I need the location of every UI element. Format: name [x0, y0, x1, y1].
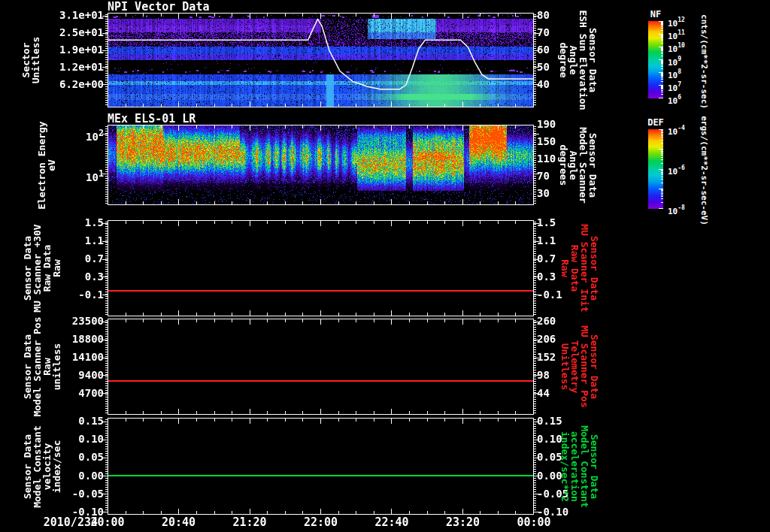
power-exponent: 9 [678, 56, 681, 62]
power-exponent: 11 [678, 29, 685, 36]
mu-scanner-30v-panel-canvas [102, 220, 540, 316]
power-exponent: 2 [99, 128, 104, 138]
power-base: 10 [668, 32, 678, 41]
y-axis-tick-label: -0.05 [56, 488, 104, 499]
colorbar-tick-label: 1010 [668, 42, 685, 54]
y-axis-tick-label: 0.3 [56, 271, 104, 282]
x-axis-tick-label: 22:00 [295, 516, 347, 528]
y-axis-tick-label: 3.1e+01 [56, 10, 104, 20]
colorbar-tick-label: 106 [668, 94, 681, 106]
power-exponent: 10 [678, 42, 685, 49]
y2-axis-title-p5: Sensor Data Model Constant acceleration … [560, 425, 599, 508]
y-axis-tick-label: 101 [56, 168, 104, 183]
power-base: 10 [668, 19, 678, 29]
y-axis-tick-label: 1.1 [56, 235, 104, 246]
x-axis-tick-label: 22:40 [365, 516, 418, 528]
power-exponent: -8 [678, 204, 685, 211]
y-axis-tick-label: 1.2e+01 [56, 62, 104, 72]
colorbar-tick-label: 1011 [668, 29, 685, 41]
power-base: 10 [668, 207, 678, 216]
colorbar-unit-NF: cnts/(cm**2-sr-sec) [699, 14, 708, 109]
power-base: 10 [668, 57, 678, 67]
y-axis-tick-label: 4700 [56, 388, 104, 398]
x-axis-tick-label: 23:20 [436, 516, 489, 528]
power-base: 10 [86, 131, 99, 143]
y-axis-tick-label: 9400 [56, 370, 104, 380]
x-axis-tick-label: 20:00 [81, 516, 134, 528]
y-axis-tick-label: 0.05 [56, 452, 104, 462]
figure: NPI Vector Data3.1e+012.5e+011.9e+011.2e… [0, 0, 770, 532]
panel-title-p1: NPI Vector Data [108, 1, 209, 13]
y2-axis-title-p2: Sensor Data Model Scanner Angle degrees [559, 126, 598, 204]
def-colorbar [648, 129, 663, 209]
y-axis-title-p3: Sensor Data MU Scanner +30V Raw Data Raw [23, 224, 62, 313]
y-axis-tick-label: 1.9e+01 [56, 44, 104, 55]
model-scanner-pos-panel-canvas [102, 319, 540, 415]
y2-axis-title-p4: Sensor Data MU Scanner Pos Telemetry Uni… [560, 325, 599, 409]
y-axis-tick-label: 14100 [56, 352, 104, 362]
panel-title-p2: MEx ELS-01 LR [108, 113, 196, 125]
y-axis-tick-label: 0.7 [56, 253, 104, 264]
power-base: 10 [668, 83, 678, 92]
y-axis-tick-label: 23500 [56, 316, 104, 326]
y-axis-tick-label: 102 [56, 128, 104, 142]
els-spectrogram-canvas [102, 125, 540, 205]
colorbar-tick-label: 10-6 [668, 165, 685, 177]
power-exponent: -6 [678, 165, 685, 171]
y-axis-tick-label: 1.5 [56, 217, 104, 228]
y-axis-title-p5: Sensor Data Model Constant velocity inde… [23, 425, 62, 508]
npi-spectrogram-canvas [102, 13, 540, 107]
power-exponent: 1 [99, 168, 104, 179]
y2-axis-title-p3: Sensor Data MU Scanner Init Raw Data Raw [560, 224, 599, 313]
y-axis-tick-label: 6.2e+00 [56, 79, 104, 89]
power-base: 10 [668, 44, 678, 54]
power-exponent: 8 [678, 68, 681, 75]
y-axis-title-p1: Sector Unitless [21, 36, 41, 83]
colorbar-tick-label: 10-8 [668, 204, 685, 216]
colorbar-tick-label: 1012 [668, 17, 685, 29]
colorbar-title-DEF: DEF [645, 117, 666, 128]
power-base: 10 [668, 167, 678, 177]
power-exponent: -4 [678, 125, 685, 131]
y-axis-tick-label: 18800 [56, 334, 104, 344]
power-exponent: 7 [678, 81, 681, 88]
y-axis-tick-label: 2.5e+01 [56, 27, 104, 38]
y-axis-tick-label: 0.00 [56, 470, 104, 481]
power-base: 10 [668, 96, 678, 106]
model-constant-velocity-panel-canvas [102, 418, 540, 515]
y-axis-title-p4: Sensor Data Model Scanner Pos Raw unitle… [23, 316, 62, 417]
power-exponent: 12 [678, 17, 685, 23]
x-axis-tick-label: 00:00 [508, 516, 560, 528]
power-base: 10 [86, 171, 99, 183]
colorbar-tick-label: 108 [668, 68, 681, 80]
colorbar-title-NF: NF [645, 9, 666, 20]
colorbar-tick-label: 109 [668, 56, 681, 68]
colorbar-tick-label: 107 [668, 81, 681, 93]
x-axis-tick-label: 20:40 [153, 516, 205, 528]
power-exponent: 6 [678, 94, 681, 101]
x-axis-tick-label: 21:20 [223, 516, 276, 528]
y2-axis-title-p1: Sensor Data ESH Sun Elevation Angle degr… [559, 10, 598, 110]
power-base: 10 [668, 127, 678, 137]
colorbar-tick-label: 10-4 [668, 125, 685, 137]
y-axis-tick-label: -0.1 [56, 289, 104, 300]
y-axis-title-p2: Electron Energy eV [37, 120, 56, 210]
colorbar-unit-DEF: ergs/(cm**2-sr-sec-eV) [699, 115, 708, 225]
y-axis-tick-label: 0.10 [56, 434, 104, 444]
power-base: 10 [668, 70, 678, 80]
y-axis-tick-label: 0.15 [56, 416, 104, 426]
nf-colorbar [648, 21, 663, 98]
